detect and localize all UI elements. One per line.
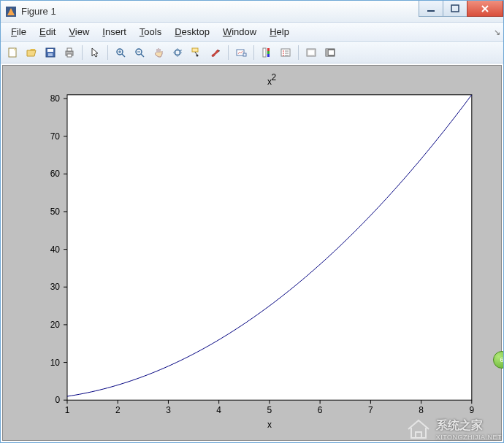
chart-svg: 12345678901020304050607080x2x bbox=[3, 66, 501, 440]
svg-text:x: x bbox=[267, 420, 272, 430]
rotate-icon bbox=[172, 47, 183, 58]
separator bbox=[107, 45, 108, 60]
new-figure-button[interactable] bbox=[4, 44, 21, 61]
link-icon bbox=[235, 47, 247, 58]
separator bbox=[82, 45, 83, 60]
svg-rect-18 bbox=[263, 48, 266, 57]
data-cursor-button[interactable] bbox=[188, 44, 205, 61]
titlebar[interactable]: Figure 1 bbox=[1, 1, 503, 23]
maximize-button[interactable] bbox=[443, 1, 467, 17]
svg-rect-26 bbox=[326, 49, 328, 56]
dock-chevron-icon[interactable]: ↘ bbox=[494, 28, 500, 37]
show-tools-icon bbox=[324, 47, 336, 58]
brush-button[interactable] bbox=[207, 44, 224, 61]
svg-point-15 bbox=[196, 54, 199, 56]
svg-text:8: 8 bbox=[419, 405, 424, 415]
minimize-icon bbox=[427, 4, 435, 13]
separator bbox=[298, 45, 299, 60]
legend-button[interactable] bbox=[277, 44, 294, 61]
svg-rect-6 bbox=[48, 53, 53, 56]
pointer-icon bbox=[89, 47, 101, 58]
figure-canvas-area: 12345678901020304050607080x2x bbox=[2, 65, 502, 441]
zoom-in-button[interactable] bbox=[112, 44, 129, 61]
svg-text:50: 50 bbox=[50, 207, 61, 217]
menubar: File Edit View Insert Tools Desktop Wind… bbox=[1, 23, 503, 42]
brush-icon bbox=[210, 47, 221, 58]
svg-text:4: 4 bbox=[216, 405, 221, 415]
rotate-button[interactable] bbox=[169, 44, 186, 61]
svg-text:70: 70 bbox=[50, 131, 61, 142]
svg-text:80: 80 bbox=[50, 93, 61, 104]
svg-rect-21 bbox=[267, 54, 270, 57]
open-icon bbox=[26, 47, 37, 58]
figure-window: Figure 1 File Edit View Insert Tools Des… bbox=[0, 0, 504, 443]
chart[interactable]: 12345678901020304050607080x2x bbox=[3, 66, 501, 440]
legend-icon bbox=[280, 47, 291, 58]
menu-tools[interactable]: Tools bbox=[134, 25, 167, 39]
svg-rect-14 bbox=[192, 48, 198, 52]
svg-text:40: 40 bbox=[50, 244, 61, 255]
colorbar-button[interactable] bbox=[258, 44, 275, 61]
svg-text:1: 1 bbox=[65, 405, 70, 415]
svg-text:30: 30 bbox=[50, 282, 61, 292]
menu-view[interactable]: View bbox=[63, 25, 95, 39]
print-button[interactable] bbox=[61, 44, 78, 61]
svg-rect-20 bbox=[267, 51, 270, 54]
svg-text:3: 3 bbox=[166, 405, 171, 415]
link-button[interactable] bbox=[232, 44, 250, 61]
close-button[interactable] bbox=[467, 1, 503, 17]
pointer-button[interactable] bbox=[86, 44, 104, 61]
open-button[interactable] bbox=[23, 44, 40, 61]
svg-rect-27 bbox=[329, 50, 334, 55]
new-icon bbox=[7, 47, 18, 58]
svg-text:20: 20 bbox=[50, 320, 61, 330]
save-button[interactable] bbox=[42, 44, 59, 61]
print-icon bbox=[64, 47, 75, 58]
hide-tools-icon bbox=[305, 47, 317, 58]
menu-desktop[interactable]: Desktop bbox=[169, 25, 215, 39]
menu-help[interactable]: Help bbox=[264, 25, 295, 39]
menu-edit[interactable]: Edit bbox=[34, 25, 61, 39]
svg-rect-19 bbox=[267, 48, 270, 51]
svg-text:0: 0 bbox=[55, 395, 60, 405]
svg-rect-2 bbox=[451, 5, 459, 12]
svg-text:10: 10 bbox=[50, 358, 61, 368]
svg-text:7: 7 bbox=[368, 405, 373, 415]
svg-rect-9 bbox=[67, 54, 72, 57]
svg-rect-28 bbox=[67, 95, 472, 400]
svg-text:5: 5 bbox=[267, 405, 272, 415]
colorbar-icon bbox=[261, 47, 272, 58]
pan-icon bbox=[153, 47, 164, 58]
pan-button[interactable] bbox=[150, 44, 167, 61]
window-buttons bbox=[419, 1, 503, 22]
svg-rect-8 bbox=[67, 48, 72, 51]
show-tools-button[interactable] bbox=[321, 44, 339, 61]
window-title: Figure 1 bbox=[21, 6, 56, 17]
svg-rect-5 bbox=[47, 49, 53, 52]
minimize-button[interactable] bbox=[419, 1, 443, 17]
svg-rect-1 bbox=[427, 10, 435, 12]
save-icon bbox=[45, 47, 56, 58]
svg-text:60: 60 bbox=[50, 169, 61, 179]
close-icon bbox=[480, 4, 490, 13]
separator bbox=[228, 45, 229, 60]
toolbar bbox=[1, 42, 503, 63]
svg-text:9: 9 bbox=[470, 405, 475, 415]
app-icon bbox=[5, 6, 17, 18]
maximize-icon bbox=[451, 4, 459, 13]
svg-text:2: 2 bbox=[272, 72, 277, 82]
svg-text:6: 6 bbox=[318, 405, 323, 415]
separator bbox=[253, 45, 254, 60]
zoom-in-icon bbox=[115, 47, 126, 58]
svg-text:2: 2 bbox=[115, 405, 121, 415]
menu-file[interactable]: File bbox=[5, 25, 32, 39]
svg-rect-17 bbox=[243, 53, 246, 56]
zoom-out-button[interactable] bbox=[131, 44, 148, 61]
menu-window[interactable]: Window bbox=[217, 25, 262, 39]
svg-rect-24 bbox=[308, 50, 314, 55]
data-cursor-icon bbox=[191, 47, 202, 58]
menu-insert[interactable]: Insert bbox=[96, 25, 132, 39]
zoom-out-icon bbox=[134, 47, 145, 58]
hide-tools-button[interactable] bbox=[302, 44, 320, 61]
